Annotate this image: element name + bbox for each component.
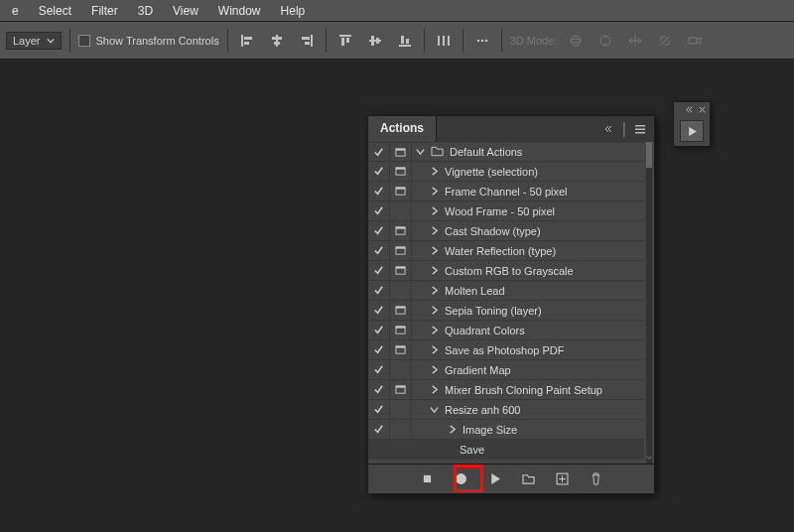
action-row[interactable]: Mixer Brush Cloning Paint Setup [368,380,644,400]
action-row[interactable]: Frame Channel - 50 pixel [368,182,644,201]
disclosure-right-icon[interactable] [448,424,457,436]
scroll-down-arrow[interactable] [646,452,652,464]
action-row[interactable]: Cast Shadow (type) [368,221,644,241]
toggle-checkbox[interactable] [368,201,390,220]
collapse-icon[interactable] [685,105,694,114]
toggle-dialog[interactable] [390,340,412,359]
toggle-checkbox[interactable] [368,261,390,280]
toggle-checkbox[interactable] [368,340,390,359]
3d-pan-icon[interactable] [624,30,646,52]
more-options-icon[interactable] [471,30,493,52]
close-icon[interactable] [698,105,707,114]
action-row[interactable]: Sepia Toning (layer) [368,301,644,321]
3d-orbit-icon[interactable] [565,30,587,52]
toggle-checkbox[interactable] [368,400,390,419]
scrollbar[interactable] [646,142,652,464]
new-action-button[interactable] [553,470,571,488]
panel-menu-icon[interactable] [634,123,646,135]
play-button[interactable] [485,470,503,488]
align-vertical-centers-icon[interactable] [364,30,386,52]
toggle-checkbox[interactable] [368,321,390,339]
toggle-dialog[interactable] [390,201,412,220]
play-button[interactable] [680,120,704,142]
toggle-dialog[interactable] [390,261,412,280]
show-transform-controls-checkbox[interactable]: Show Transform Controls [78,35,219,47]
disclosure-down-icon[interactable] [430,404,439,416]
toggle-dialog[interactable] [390,321,412,339]
toggle-checkbox[interactable] [368,360,390,379]
toggle-dialog[interactable] [390,281,412,300]
action-row[interactable]: Resize anh 600 [368,400,644,420]
action-row[interactable]: Custom RGB to Grayscale [368,261,644,281]
toggle-dialog[interactable] [390,162,412,181]
action-row[interactable]: Default Actions [368,142,644,162]
menu-item[interactable]: Window [210,2,269,20]
toggle-dialog[interactable] [390,182,412,200]
toggle-checkbox[interactable] [368,143,390,161]
menu-item[interactable]: View [165,2,206,20]
3d-camera-icon[interactable] [684,30,706,52]
toggle-dialog[interactable] [390,380,412,399]
action-row[interactable]: Gradient Map [368,360,644,380]
toggle-dialog[interactable] [390,241,412,260]
toggle-dialog[interactable] [390,301,412,320]
disclosure-down-icon[interactable] [416,146,425,158]
menu-item[interactable]: e [4,2,27,20]
3d-slide-icon[interactable] [654,30,676,52]
disclosure-right-icon[interactable] [430,364,439,376]
disclosure-right-icon[interactable] [430,166,439,178]
action-row[interactable]: Vignette (selection) [368,162,644,182]
toggle-dialog[interactable] [390,420,412,439]
toggle-checkbox[interactable] [368,221,390,240]
record-button[interactable] [452,470,469,488]
toggle-dialog[interactable] [390,360,412,379]
align-right-edges-icon[interactable] [296,30,318,52]
align-bottom-edges-icon[interactable] [394,30,416,52]
action-row[interactable]: Image Size [368,420,644,440]
toggle-checkbox[interactable] [368,162,390,181]
toggle-checkbox[interactable] [368,380,390,399]
align-horizontal-centers-icon[interactable] [266,30,288,52]
distribute-icon[interactable] [433,30,455,52]
disclosure-right-icon[interactable] [430,205,439,217]
stop-button[interactable] [418,470,436,488]
toggle-dialog[interactable] [390,440,412,459]
scrollbar-thumb[interactable] [646,142,652,168]
new-set-button[interactable] [519,470,537,488]
toggle-dialog[interactable] [390,221,412,240]
disclosure-right-icon[interactable] [430,384,439,396]
action-row[interactable]: Quadrant Colors [368,321,644,340]
toggle-checkbox[interactable] [368,182,390,200]
align-left-edges-icon[interactable] [236,30,258,52]
disclosure-right-icon[interactable] [430,225,439,237]
action-row[interactable]: Molten Lead [368,281,644,301]
toggle-checkbox[interactable] [368,420,390,439]
delete-button[interactable] [587,470,604,488]
action-row[interactable]: Save [368,440,644,460]
layer-dropdown[interactable]: Layer [6,32,62,50]
action-row[interactable]: Wood Frame - 50 pixel [368,201,644,221]
toggle-checkbox[interactable] [368,301,390,320]
disclosure-right-icon[interactable] [430,245,439,257]
disclosure-right-icon[interactable] [430,265,439,277]
3d-roll-icon[interactable] [595,30,616,52]
toggle-checkbox[interactable] [368,440,390,459]
toggle-dialog[interactable] [390,400,412,419]
menu-item[interactable]: 3D [130,2,161,20]
action-row[interactable]: Water Reflection (type) [368,241,644,261]
menu-item[interactable]: Filter [83,2,126,20]
disclosure-right-icon[interactable] [430,285,439,297]
disclosure-right-icon[interactable] [430,325,439,336]
action-row[interactable]: Save as Photoshop PDF [368,340,644,360]
actions-tab[interactable]: Actions [368,116,437,142]
collapse-icon[interactable] [602,123,614,135]
align-top-edges-icon[interactable] [334,30,356,52]
disclosure-right-icon[interactable] [430,305,439,317]
menu-item[interactable]: Select [31,2,79,20]
toggle-checkbox[interactable] [368,241,390,260]
toggle-checkbox[interactable] [368,281,390,300]
disclosure-right-icon[interactable] [430,186,439,198]
disclosure-right-icon[interactable] [430,344,439,356]
menu-item[interactable]: Help [273,2,314,20]
toggle-dialog[interactable] [390,143,412,161]
